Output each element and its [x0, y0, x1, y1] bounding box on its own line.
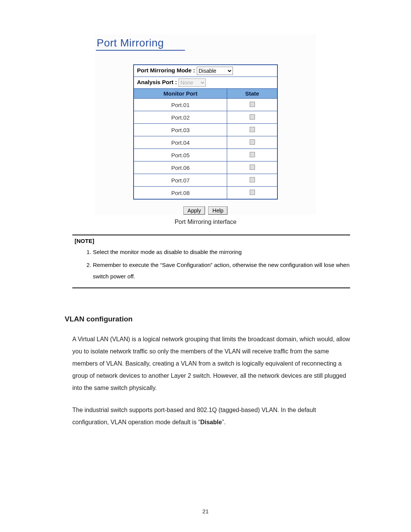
port-state-checkbox[interactable]	[250, 177, 255, 182]
port-name-cell: Port.07	[134, 174, 227, 187]
analysis-row: Analysis Port : None	[134, 77, 277, 89]
port-state-checkbox[interactable]	[250, 152, 255, 157]
port-state-checkbox[interactable]	[250, 165, 255, 170]
port-name-cell: Port.06	[134, 161, 227, 174]
mode-select[interactable]: Disable	[197, 67, 233, 75]
port-state-cell	[227, 124, 277, 136]
port-state-checkbox[interactable]	[250, 190, 255, 195]
paragraph-2: The industrial switch supports port-base…	[72, 404, 350, 428]
analysis-label: Analysis Port :	[137, 79, 178, 85]
port-row: Port.04	[134, 136, 277, 149]
col-state-header: State	[227, 89, 277, 99]
body-text: A Virtual LAN (VLAN) is a logical networ…	[72, 333, 350, 428]
p2-pre: The industrial switch supports port-base…	[72, 407, 316, 425]
port-name-cell: Port.03	[134, 124, 227, 136]
port-state-cell	[227, 99, 277, 111]
note-list: Select the monitor mode as disable to di…	[72, 246, 350, 282]
note-label: [NOTE]	[75, 238, 94, 244]
document-page: Port Mirroring Port Mirroring Mode : Dis…	[0, 0, 411, 532]
port-row: Port.08	[134, 187, 277, 200]
port-row: Port.07	[134, 174, 277, 187]
port-state-cell	[227, 161, 277, 174]
mode-label: Port Mirroring Mode :	[137, 67, 197, 73]
paragraph-1: A Virtual LAN (VLAN) is a logical networ…	[72, 333, 350, 394]
port-state-cell	[227, 149, 277, 161]
port-state-checkbox[interactable]	[250, 139, 255, 145]
p2-bold: Disable	[200, 419, 222, 425]
page-number: 21	[0, 508, 411, 514]
port-row: Port.05	[134, 149, 277, 161]
port-name-cell: Port.05	[134, 149, 227, 161]
port-name-cell: Port.02	[134, 111, 227, 124]
apply-button[interactable]: Apply	[183, 206, 205, 215]
port-row: Port.01	[134, 99, 277, 111]
config-table: Port Mirroring Mode : Disable Analysis P…	[133, 64, 278, 200]
p2-post: ”.	[222, 419, 226, 425]
vlan-heading: VLAN configuration	[65, 315, 362, 323]
analysis-select[interactable]: None	[178, 78, 206, 87]
figure-caption: Port Mirroring interface	[49, 219, 362, 225]
port-state-cell	[227, 136, 277, 149]
port-state-cell	[227, 111, 277, 124]
config-table-wrap: Port Mirroring Mode : Disable Analysis P…	[133, 64, 278, 215]
table-header-row: Monitor Port State	[134, 89, 277, 99]
port-state-cell	[227, 174, 277, 187]
note-item: Remember to execute the “Save Configurat…	[93, 259, 350, 282]
mode-row: Port Mirroring Mode : Disable	[134, 65, 277, 77]
port-name-cell: Port.04	[134, 136, 227, 149]
port-state-checkbox[interactable]	[250, 127, 255, 132]
port-row: Port.06	[134, 161, 277, 174]
port-row: Port.03	[134, 124, 277, 136]
button-row: Apply Help	[133, 206, 278, 215]
panel-title: Port Mirroring	[96, 35, 185, 51]
col-monitor-header: Monitor Port	[134, 89, 227, 99]
port-row: Port.02	[134, 111, 277, 124]
port-name-cell: Port.01	[134, 99, 227, 111]
port-state-checkbox[interactable]	[250, 102, 255, 107]
port-name-cell: Port.08	[134, 187, 227, 200]
port-mirroring-panel: Port Mirroring Port Mirroring Mode : Dis…	[95, 34, 316, 215]
port-state-cell	[227, 187, 277, 200]
note-item: Select the monitor mode as disable to di…	[93, 246, 350, 258]
note-block: [NOTE] Select the monitor mode as disabl…	[72, 235, 350, 288]
port-state-checkbox[interactable]	[250, 114, 255, 120]
help-button[interactable]: Help	[208, 206, 228, 215]
